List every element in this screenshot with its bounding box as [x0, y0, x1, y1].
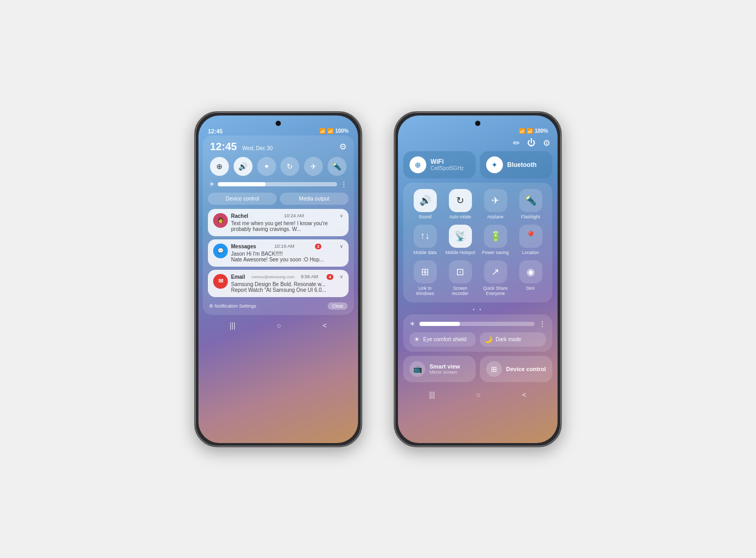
- camera-right: [475, 121, 480, 126]
- qs-comfort-row: ☀ Eye comfort shield 🌙 Dark mode: [410, 332, 546, 346]
- screen-recorder-icon: ⊡: [449, 260, 472, 283]
- device-control-tile[interactable]: ⊞ Device control: [480, 356, 552, 382]
- mobile-data-icon: ↑↓: [414, 225, 437, 248]
- device-control-text: Device control: [506, 366, 546, 372]
- power-icon[interactable]: ⏻: [527, 138, 536, 148]
- hotspot-label: Mobile Hotspot: [445, 250, 475, 255]
- link-windows-label: Link to Windows: [410, 286, 440, 296]
- airplane-toggle[interactable]: ✈: [304, 157, 323, 176]
- brightness-sun-icon: ☀: [410, 320, 415, 328]
- location-icon: 📍: [519, 225, 542, 248]
- email-name: Email: [231, 274, 245, 280]
- expand-icon[interactable]: ∨: [340, 213, 343, 218]
- auto-rotate-label: Auto rotate: [449, 214, 471, 219]
- flashlight-cell[interactable]: 🔦 Flashlight: [516, 189, 546, 219]
- dex-label: DeX: [526, 286, 535, 291]
- settings-icon[interactable]: ⚙: [339, 142, 346, 152]
- status-icons-right: 📶 📶 100%: [519, 128, 548, 134]
- airplane-label: Airplane: [487, 214, 503, 219]
- smart-view-icon: 📺: [410, 361, 425, 377]
- hotspot-cell[interactable]: 📡 Mobile Hotspot: [445, 225, 476, 255]
- brightness-fill: [218, 182, 266, 186]
- expand-icon-3[interactable]: ∨: [340, 274, 343, 279]
- notification-messages[interactable]: 💬 Messages 10:19 AM 3 ∨ Jason Hi I'm BAC…: [208, 239, 349, 267]
- messages-content: Messages 10:19 AM 3 ∨ Jason Hi I'm BACK!…: [231, 244, 343, 262]
- email-content: Email coreux@samsung.com 9:56 AM 4 ∨ Sam…: [231, 274, 343, 293]
- wifi-icon: 📶: [319, 128, 326, 134]
- qs-brightness-bar[interactable]: [419, 322, 534, 326]
- rotate-toggle[interactable]: ↻: [280, 157, 299, 176]
- airplane-cell[interactable]: ✈ Airplane: [480, 189, 511, 219]
- smart-view-label: Smart view: [429, 363, 460, 370]
- expand-icon-2[interactable]: ∨: [340, 244, 343, 249]
- bluetooth-tile[interactable]: ✦ Bluetooth: [480, 151, 552, 178]
- nav-home-icon[interactable]: ○: [277, 321, 281, 330]
- flashlight-toggle[interactable]: 🔦: [328, 157, 346, 176]
- dark-mode-icon: 🌙: [484, 335, 492, 343]
- power-saving-cell[interactable]: 🔋 Power saving: [480, 225, 511, 255]
- power-saving-label: Power saving: [482, 250, 509, 255]
- qs-grid-row-3: ⊞ Link to Windows ⊡ Screen recorder ↗ Qu…: [407, 260, 548, 296]
- nav-home-icon-r[interactable]: ○: [476, 391, 480, 399]
- airplane-icon: ✈: [484, 189, 507, 212]
- wifi-tile-info: WiFi CellSpot5GHz: [430, 158, 464, 171]
- wifi-tile[interactable]: ⊕ WiFi CellSpot5GHz: [403, 151, 476, 178]
- rachel-time: 10:24 AM: [284, 213, 304, 218]
- media-output-label: Media output: [299, 196, 330, 202]
- nav-bar-left: ||| ○ <: [198, 317, 358, 334]
- eye-comfort-button[interactable]: ☀ Eye comfort shield: [410, 332, 476, 346]
- quick-share-cell[interactable]: ↗ Quick Share Everyone: [480, 260, 511, 296]
- qs-top-icons: ✏ ⏻ ⚙: [403, 135, 552, 151]
- auto-rotate-cell[interactable]: ↻ Auto rotate: [445, 189, 476, 219]
- smart-view-tile[interactable]: 📺 Smart view Mirror screen: [403, 356, 476, 382]
- dex-cell[interactable]: ◉ DeX: [516, 260, 546, 296]
- brightness-bar[interactable]: [218, 182, 337, 186]
- clear-button[interactable]: Clear: [328, 302, 348, 310]
- status-time: 12:45: [208, 128, 223, 134]
- sound-cell[interactable]: 🔊 Sound: [410, 189, 440, 219]
- dark-mode-label: Dark mode: [496, 336, 521, 342]
- location-label: Location: [522, 250, 539, 255]
- media-output-button[interactable]: Media output: [280, 193, 349, 205]
- link-windows-icon: ⊞: [414, 260, 437, 283]
- rachel-content: Rachel 10:24 AM ∨ Text me when you get h…: [231, 213, 343, 232]
- nav-recents-icon[interactable]: <: [322, 321, 327, 330]
- email-header: Email coreux@samsung.com 9:56 AM 4 ∨: [231, 274, 343, 280]
- messages-name: Messages: [231, 244, 256, 249]
- signal-icon-r: 📶: [527, 128, 533, 134]
- device-control-icon: ⊞: [486, 361, 502, 377]
- more-icon[interactable]: ⋮: [340, 180, 348, 188]
- status-icons: 📶 📶 100%: [319, 128, 349, 134]
- notification-email[interactable]: ✉ Email coreux@samsung.com 9:56 AM 4 ∨ S…: [208, 270, 349, 297]
- device-control-button[interactable]: Device control: [208, 193, 277, 205]
- status-bar-left: 12:45 📶 📶 100%: [198, 126, 358, 135]
- nav-recents-icon-r[interactable]: <: [522, 391, 526, 399]
- nav-back-icon[interactable]: |||: [229, 321, 235, 330]
- rachel-header: Rachel 10:24 AM ∨: [231, 213, 343, 219]
- page-dots: • •: [403, 307, 552, 312]
- location-cell[interactable]: 📍 Location: [516, 225, 546, 255]
- screen-recorder-cell[interactable]: ⊡ Screen recorder: [445, 260, 476, 296]
- messages-body-2: Nate Awesome! See you soon :O Hop...: [231, 257, 343, 262]
- nav-back-icon-r[interactable]: |||: [429, 391, 435, 399]
- brightness-row: ☀ ⋮: [208, 180, 349, 188]
- email-body-2: Report Watch "At Samsung One UI 6.0...: [231, 287, 343, 293]
- signal-icon: 📶: [327, 128, 333, 134]
- notification-settings-link[interactable]: ⚙ Notification Settings: [209, 303, 256, 309]
- wifi-tile-label: WiFi: [430, 158, 464, 165]
- notification-panel: 12:45 Wed, Dec 30 ⚙ ⊕ 🔊 ✦ ↻: [203, 135, 354, 315]
- edit-icon[interactable]: ✏: [513, 138, 520, 148]
- settings-icon-qs[interactable]: ⚙: [543, 138, 550, 148]
- device-control-label-r: Device control: [506, 366, 546, 372]
- notif-footer: ⚙ Notification Settings Clear: [208, 300, 349, 310]
- wifi-toggle[interactable]: ⊕: [210, 157, 229, 176]
- messages-header: Messages 10:19 AM 3 ∨: [231, 244, 343, 249]
- bluetooth-toggle[interactable]: ✦: [257, 157, 276, 176]
- qs-more-icon[interactable]: ⋮: [539, 320, 546, 328]
- battery-label: 100%: [335, 128, 349, 134]
- notification-rachel[interactable]: 👩 Rachel 10:24 AM ∨ Text me when you get…: [208, 209, 349, 236]
- link-windows-cell[interactable]: ⊞ Link to Windows: [410, 260, 440, 296]
- mobile-data-cell[interactable]: ↑↓ Mobile data: [410, 225, 440, 255]
- sound-toggle[interactable]: 🔊: [234, 157, 253, 176]
- dark-mode-button[interactable]: 🌙 Dark mode: [480, 332, 546, 346]
